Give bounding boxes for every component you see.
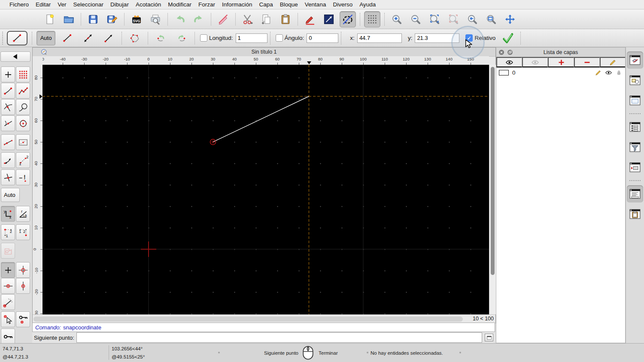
menu-ver[interactable]: Ver	[54, 1, 70, 8]
layer-edit-icon[interactable]	[595, 69, 602, 76]
menu-capa[interactable]: Capa	[256, 1, 276, 8]
line-attributes-button[interactable]	[321, 11, 337, 27]
snap-endpoints[interactable]	[1, 83, 15, 99]
toggle-construction-layers-button[interactable]	[522, 57, 548, 67]
menu-bloque[interactable]: Bloque	[276, 1, 301, 8]
ellipse-attributes-button[interactable]	[340, 11, 356, 27]
angle-input[interactable]	[307, 33, 338, 43]
dock-layer-list[interactable]	[627, 51, 643, 69]
toggle-all-layers-visibility-button[interactable]	[496, 57, 522, 67]
lock-relative-zero[interactable]	[16, 311, 30, 327]
zoom-pan-button[interactable]	[502, 11, 518, 27]
unlock-relative-zero[interactable]	[1, 329, 15, 344]
menu-informacion[interactable]: Información	[219, 1, 256, 8]
set-relative-zero[interactable]	[1, 311, 15, 327]
auto-snap-toggle[interactable]: Auto	[1, 188, 20, 202]
layer-visibility-icon[interactable]	[605, 69, 612, 76]
snap-dialog-coordinates[interactable]	[16, 134, 30, 150]
dock-named-views[interactable]	[627, 159, 643, 176]
add-layer-button[interactable]	[548, 57, 574, 67]
delete-entity-button[interactable]	[215, 11, 231, 27]
paste-button[interactable]	[277, 11, 294, 27]
snap-center[interactable]	[16, 115, 30, 131]
menu-modificar[interactable]: Modificar	[164, 1, 195, 8]
snap-points-order[interactable]: 12	[16, 152, 30, 168]
undo-segment-button[interactable]	[152, 31, 170, 45]
menu-seleccionar[interactable]: Seleccionar	[70, 1, 107, 8]
auto-mode-button[interactable]: Auto	[36, 31, 55, 45]
vertical-scrollbar[interactable]	[489, 65, 496, 314]
exclusive-snap-toggle[interactable]	[1, 243, 15, 259]
point-order-first[interactable]: 12	[1, 224, 15, 240]
menu-forzar[interactable]: Forzar	[195, 1, 219, 8]
snap-tangent[interactable]	[16, 99, 30, 115]
undo-button[interactable]	[172, 11, 188, 27]
zoom-in-button[interactable]	[389, 11, 405, 27]
snap-intersection-manual[interactable]: !	[16, 169, 30, 185]
cut-button[interactable]	[240, 11, 256, 27]
print-preview-button[interactable]	[147, 11, 164, 27]
save-as-button[interactable]	[104, 11, 120, 27]
dock-selection-list[interactable]	[627, 118, 643, 136]
coords-polar[interactable]: ra	[16, 206, 30, 222]
command-fullscreen-button[interactable]	[485, 334, 493, 341]
relative-checkbox[interactable]	[465, 34, 473, 42]
layer-row[interactable]: 0	[496, 68, 625, 77]
close-panel-button[interactable]	[498, 49, 505, 56]
snap-intersection[interactable]	[1, 99, 15, 115]
dock-clipboard[interactable]	[627, 205, 643, 223]
current-tool-line-button[interactable]	[7, 31, 27, 45]
length-checkbox[interactable]	[200, 34, 207, 42]
angle-snap-setting[interactable]	[1, 294, 15, 310]
menu-ayuda[interactable]: Ayuda	[356, 1, 379, 8]
menu-acotacion[interactable]: Acotación	[132, 1, 164, 8]
line-two-points-button[interactable]	[58, 31, 76, 45]
restrict-vertical[interactable]	[16, 278, 30, 294]
accept-button[interactable]	[499, 31, 516, 45]
menu-diverso[interactable]: Diverso	[329, 1, 356, 8]
restrict-horizontal[interactable]	[1, 278, 15, 294]
zoom-out-button[interactable]	[407, 11, 424, 27]
document-titlebar[interactable]: Sin título 1	[33, 48, 495, 57]
redo-segment-button[interactable]	[173, 31, 191, 45]
zoom-previous-button[interactable]	[445, 11, 462, 27]
save-button[interactable]	[85, 11, 101, 27]
menu-dibujar[interactable]: Dibujar	[107, 1, 132, 8]
dock-library-browser[interactable]	[627, 92, 643, 109]
zoom-redraw-button[interactable]	[464, 11, 480, 27]
restrict-orthogonal[interactable]	[16, 262, 30, 278]
coords-cartesian[interactable]: yx	[1, 206, 15, 222]
horizontal-scrollbar-thumb[interactable]	[33, 317, 463, 322]
line-angle-button[interactable]	[79, 31, 97, 45]
dock-block-list[interactable]	[627, 72, 643, 89]
restrict-nothing[interactable]	[1, 262, 15, 278]
length-input[interactable]	[236, 33, 267, 43]
snap-on-entity[interactable]	[16, 83, 30, 99]
snap-angle-guides[interactable]	[1, 152, 15, 168]
export-svg-button[interactable]: SVG	[128, 11, 145, 27]
snap-middle[interactable]	[1, 115, 15, 131]
drawing-canvas[interactable]	[43, 65, 489, 314]
collapse-sidebar-button[interactable]	[0, 51, 30, 62]
dock-command-line[interactable]	[627, 185, 643, 202]
y-input[interactable]	[415, 33, 459, 43]
new-document-button[interactable]	[42, 11, 58, 27]
angle-checkbox[interactable]	[276, 34, 283, 42]
redo-button[interactable]	[191, 11, 207, 27]
command-input[interactable]	[76, 332, 482, 343]
layer-lock-icon[interactable]	[615, 69, 623, 76]
dock-filter[interactable]	[627, 139, 643, 156]
snap-free[interactable]	[1, 66, 15, 82]
grid-toggle-button[interactable]	[364, 11, 380, 27]
zoom-window-button[interactable]	[483, 11, 499, 27]
layer-panel-titlebar[interactable]: Lista de capas	[496, 48, 625, 57]
snap-grid[interactable]	[16, 66, 30, 82]
edit-layer-button[interactable]	[600, 57, 625, 67]
x-input[interactable]	[357, 33, 402, 43]
menu-ventana[interactable]: Ventana	[301, 1, 330, 8]
toolbar-drag-handle[interactable]	[2, 32, 3, 45]
snap-intersection-auto[interactable]	[1, 169, 15, 185]
open-file-button[interactable]	[61, 11, 77, 27]
menu-editar[interactable]: Editar	[32, 1, 54, 8]
zoom-auto-button[interactable]	[426, 11, 443, 27]
